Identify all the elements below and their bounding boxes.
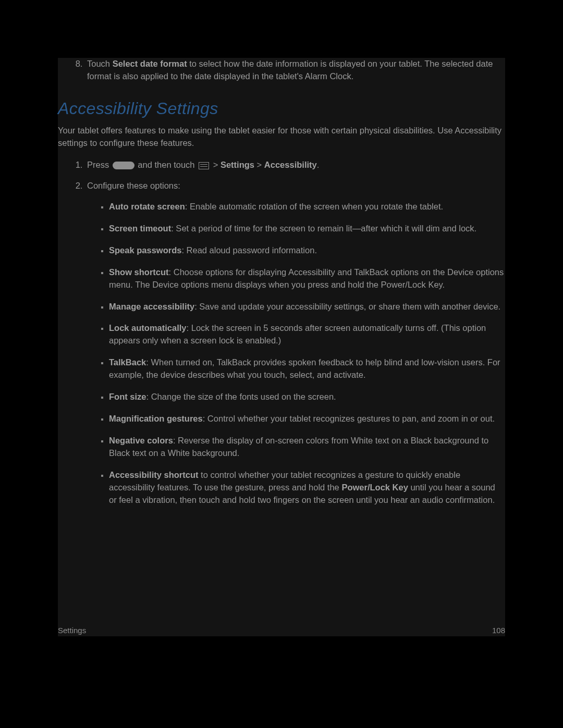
- option-desc: : Change the size of the fonts used on t…: [146, 392, 336, 401]
- option-negative-colors: Negative colors: Reverse the display of …: [109, 435, 505, 460]
- option-font-size: Font size: Change the size of the fonts …: [109, 391, 505, 403]
- item8-pre: Touch: [87, 59, 113, 68]
- option-label: Font size: [109, 392, 146, 401]
- option-label: Auto rotate screen: [109, 202, 185, 211]
- option-label: Speak passwords: [109, 245, 181, 255]
- option-auto-rotate: Auto rotate screen: Enable automatic rot…: [109, 201, 505, 213]
- option-magnification-gestures: Magnification gestures: Control whether …: [109, 413, 505, 425]
- option-desc: : Set a period of time for the screen to…: [171, 224, 476, 233]
- option-desc: : Save and update your accessibility set…: [194, 302, 500, 311]
- option-manage-accessibility: Manage accessibility: Save and update yo…: [109, 301, 505, 313]
- home-button-icon: [113, 162, 134, 169]
- option-desc: : Enable automatic rotation of the scree…: [185, 202, 443, 211]
- option-label: Manage accessibility: [109, 302, 194, 311]
- option-label: Magnification gestures: [109, 414, 203, 423]
- step1-c: >: [211, 160, 221, 169]
- manual-page: Touch Select date format to select how t…: [58, 58, 505, 636]
- option-show-shortcut: Show shortcut: Choose options for displa…: [109, 266, 505, 291]
- menu-icon: [199, 162, 209, 169]
- breadcrumb-accessibility: Accessibility: [264, 160, 317, 169]
- option-label: Lock automatically: [109, 323, 187, 332]
- step1-b: and then touch: [136, 160, 197, 169]
- option-label: Accessibility shortcut: [109, 470, 198, 479]
- item8-bold: Select date format: [113, 59, 187, 68]
- option-desc: : Control whether your tablet recognizes…: [203, 414, 495, 423]
- breadcrumb-sep: >: [254, 160, 264, 169]
- option-label: Show shortcut: [109, 267, 169, 277]
- option-speak-passwords: Speak passwords: Read aloud password inf…: [109, 244, 505, 257]
- option-desc: : When turned on, TalkBack provides spok…: [109, 357, 500, 379]
- option-screen-timeout: Screen timeout: Set a period of time for…: [109, 223, 505, 235]
- step-1: Press and then touch > Settings > Access…: [85, 159, 505, 171]
- breadcrumb-settings: Settings: [221, 160, 254, 169]
- list-item-8: Touch Select date format to select how t…: [85, 58, 505, 83]
- option-lock-automatically: Lock automatically: Lock the screen in 5…: [109, 322, 505, 347]
- power-lock-key: Power/Lock Key: [341, 483, 408, 492]
- option-label: Screen timeout: [109, 224, 171, 233]
- step2-intro: Configure these options:: [87, 181, 180, 190]
- footer-section: Settings: [58, 625, 86, 636]
- option-label: Negative colors: [109, 436, 173, 445]
- option-label: TalkBack: [109, 357, 146, 367]
- intro-paragraph: Your tablet offers features to make usin…: [58, 125, 505, 150]
- footer-page-number: 108: [492, 625, 505, 636]
- section-heading-accessibility: Accessibility Settings: [58, 96, 505, 120]
- option-desc: : Read aloud password information.: [181, 245, 317, 255]
- option-talkback: TalkBack: When turned on, TalkBack provi…: [109, 356, 505, 381]
- step1-end: .: [317, 160, 320, 169]
- step-2: Configure these options: Auto rotate scr…: [85, 180, 505, 507]
- step1-a: Press: [87, 160, 112, 169]
- option-accessibility-shortcut: Accessibility shortcut to control whethe…: [109, 469, 505, 507]
